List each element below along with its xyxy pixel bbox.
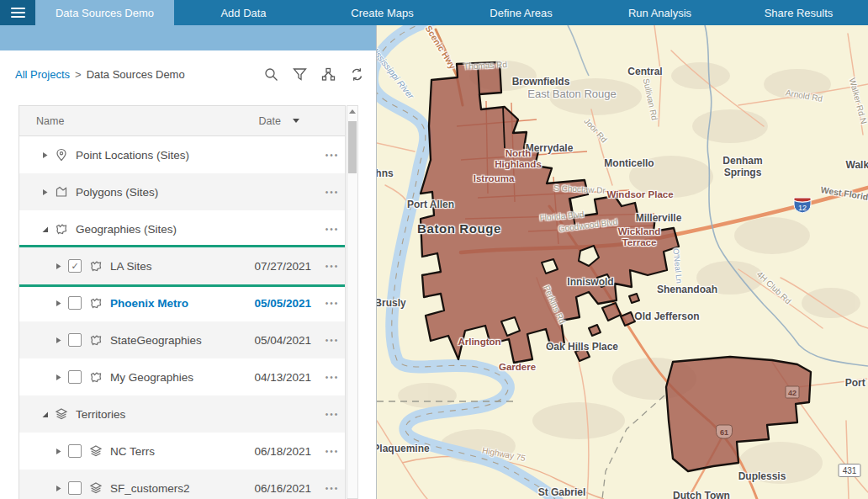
map-label-highway-75: Highway 75 (481, 445, 526, 463)
map-label-plaquemine: Plaquemine (377, 443, 430, 455)
table-row-phoenix-metro[interactable]: Phoenix Metro05/05/2021••• (19, 284, 345, 321)
table-row-my-geographies[interactable]: My Geographies04/13/2021••• (19, 358, 345, 395)
map-label-old-jefferson: Old Jefferson (634, 311, 699, 323)
row-options-icon[interactable]: ••• (320, 447, 345, 456)
nav-tab-define-areas[interactable]: Define Areas (452, 0, 590, 25)
hierarchy-icon[interactable] (321, 67, 336, 82)
row-name: My Geographies (110, 371, 247, 384)
table-row-territories[interactable]: Territories••• (19, 395, 345, 433)
breadcrumb: All Projects>Data Sources Demo (15, 68, 264, 81)
row-date: 06/16/2021 (247, 482, 311, 495)
geography-icon (89, 296, 103, 310)
geography-icon (89, 259, 103, 273)
list-scrollbar[interactable] (347, 105, 358, 499)
expand-caret-icon[interactable] (53, 337, 63, 344)
nav-tab-create-maps[interactable]: Create Maps (313, 0, 452, 25)
collapse-caret-icon[interactable] (40, 411, 50, 418)
map-label-wickland-terrace: WicklandTerrace (618, 226, 660, 248)
row-options-icon[interactable]: ••• (320, 373, 345, 382)
filter-icon[interactable] (293, 67, 307, 82)
map-label-gardere: Gardere (499, 362, 536, 373)
row-options-icon[interactable]: ••• (320, 299, 345, 308)
expand-caret-icon[interactable] (40, 151, 50, 159)
map-label-perkins-rd: Perkins Rd (542, 284, 567, 325)
table-row-geographies-sites[interactable]: Geographies (Sites)••• (19, 210, 345, 247)
map-label-scenic-hwy: Scenic Hwy (423, 25, 458, 71)
map[interactable]: BrownfieldsCentralEast Baton RougeMerryd… (377, 25, 868, 499)
table-row-polygons-sites[interactable]: Polygons (Sites)••• (19, 173, 345, 210)
row-date: 05/04/2021 (247, 334, 311, 347)
panel-band (0, 25, 376, 50)
map-label-duplessis: Duplessis (738, 471, 786, 483)
menu-icon[interactable] (0, 0, 35, 25)
expand-caret-icon[interactable] (53, 374, 63, 381)
row-name: Geographies (Sites) (76, 223, 247, 236)
map-label-o-neal-ln: O'Neal Ln (670, 248, 683, 284)
checkbox-unchecked[interactable] (68, 296, 82, 310)
data-sources-panel: All Projects>Data Sources Demo Name Date… (0, 25, 377, 499)
row-options-icon[interactable]: ••• (320, 336, 345, 345)
row-options-icon[interactable]: ••• (320, 188, 345, 197)
table-row-stategeographies[interactable]: StateGeographies05/04/2021••• (19, 321, 345, 358)
pin-icon (55, 148, 68, 162)
map-label-s-choctaw-dr: S Choctaw Dr (553, 183, 606, 196)
nav-tabs: Data Sources DemoAdd DataCreate MapsDefi… (35, 0, 868, 25)
checkbox-checked[interactable]: ✓ (68, 259, 82, 273)
geography-icon (89, 333, 103, 347)
table-row-nc-terrs[interactable]: NC Terrs06/18/2021••• (19, 433, 345, 470)
checkbox-unchecked[interactable] (68, 333, 82, 347)
search-icon[interactable] (264, 67, 278, 82)
checkbox-unchecked[interactable] (68, 444, 82, 458)
map-label-joor-rd: Joor Rd (582, 116, 609, 145)
data-sources-table: Name Date Point Locations (Sites)•••Poly… (19, 105, 346, 499)
refresh-icon[interactable] (350, 67, 364, 82)
row-options-icon[interactable]: ••• (320, 225, 345, 234)
layers-icon (89, 444, 103, 458)
nav-tab-run-analysis[interactable]: Run Analysis (590, 0, 729, 25)
expand-caret-icon[interactable] (40, 188, 50, 196)
table-row-la-sites[interactable]: ✓LA Sites07/27/2021••• (19, 247, 345, 284)
map-label-walker: Walker (846, 160, 868, 172)
row-options-icon[interactable]: ••• (320, 410, 345, 419)
row-options-icon[interactable]: ••• (320, 262, 345, 271)
row-options-icon[interactable]: ••• (320, 151, 345, 160)
map-label-hns: hns (377, 168, 394, 180)
collapse-caret-icon[interactable] (40, 226, 50, 233)
map-label-istrouma: Istrouma (474, 173, 515, 184)
row-options-icon[interactable]: ••• (320, 484, 345, 493)
checkbox-unchecked[interactable] (68, 370, 82, 384)
map-label-arlington: Arlington (458, 337, 500, 348)
table-row-sf-customers2[interactable]: SF_customers206/16/2021••• (19, 470, 345, 499)
map-label-thomas-rd: Thomas Rd (463, 60, 507, 72)
panel-toolbar (264, 67, 364, 82)
nav-tab-add-data[interactable]: Add Data (174, 0, 313, 25)
map-label-denham-springs: DenhamSprings (722, 156, 762, 179)
map-label-arnold-rd: Arnold Rd (785, 88, 823, 104)
map-label-dutch-town: Dutch Town (673, 491, 730, 499)
map-label-central: Central (627, 66, 662, 78)
nav-tab-share-results[interactable]: Share Results (729, 0, 868, 25)
row-date: 07/27/2021 (247, 260, 311, 273)
date-column-header[interactable]: Date (259, 115, 281, 127)
scroll-up-icon[interactable] (349, 109, 356, 114)
row-name: Polygons (Sites) (76, 186, 247, 199)
sort-caret-icon[interactable] (293, 119, 299, 123)
route-shield-61: 61 (716, 425, 733, 439)
nav-tab-data-sources-demo[interactable]: Data Sources Demo (35, 0, 174, 25)
scroll-thumb[interactable] (348, 121, 357, 173)
layers-icon (55, 407, 68, 421)
expand-caret-icon[interactable] (53, 485, 63, 492)
map-label-inniswold: Inniswold (567, 277, 613, 289)
polygon-icon (55, 185, 68, 199)
map-label-st-gabriel: St Gabriel (538, 487, 586, 499)
table-row-point-locations-sites[interactable]: Point Locations (Sites)••• (19, 136, 345, 173)
map-label-baton-rouge: Baton Rouge (417, 221, 501, 236)
map-label-port-allen: Port Allen (407, 199, 454, 211)
table-rows: Point Locations (Sites)•••Polygons (Site… (19, 136, 345, 499)
checkbox-unchecked[interactable] (68, 481, 82, 495)
expand-caret-icon[interactable] (53, 448, 63, 455)
expand-caret-icon[interactable] (53, 300, 63, 307)
row-name: Point Locations (Sites) (76, 149, 247, 162)
breadcrumb-all-projects-link[interactable]: All Projects (15, 68, 70, 81)
expand-caret-icon[interactable] (53, 263, 63, 270)
